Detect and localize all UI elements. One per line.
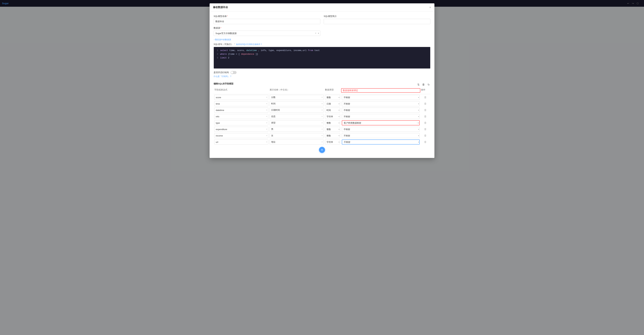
type-select-2[interactable]: 整数字符串日期时间浮点数布尔 (325, 108, 340, 112)
field-input-5[interactable] (214, 127, 268, 132)
display-input-2[interactable] (270, 108, 324, 112)
field-clear-btn-0[interactable]: × (266, 96, 267, 98)
cell-action-0: 🗑 (420, 96, 430, 99)
modal-close-button[interactable]: × (429, 6, 431, 9)
delete-row-btn-1[interactable]: 🗑 (421, 102, 430, 105)
display-clear-btn-4[interactable]: × (322, 122, 323, 124)
display-input-5[interactable] (270, 127, 324, 132)
type-select-5[interactable]: 整数字符串日期时间浮点数布尔 (325, 127, 340, 132)
field-clear-btn-5[interactable]: × (266, 128, 267, 130)
mapping-select-7[interactable]: 不映射 (342, 140, 420, 144)
table-header: 字段或表达式 展示名称（中文名） 数据类型 数据值映射绑定 操作 (214, 88, 430, 94)
display-input-0[interactable] (270, 95, 324, 100)
field-input-1[interactable] (214, 101, 268, 106)
modal-header: 修改数据补全 × (210, 3, 434, 12)
type-select-7[interactable]: 整数字符串日期时间浮点数布尔 (325, 140, 340, 144)
sql-line-1: 1 select time, score, datetime , info, t… (216, 49, 428, 52)
field-clear-btn-2[interactable]: × (266, 109, 267, 111)
model-desc-label: SQL模型简介 (324, 15, 430, 18)
row-transform-toggle[interactable] (230, 71, 236, 74)
type-select-3[interactable]: 整数字符串日期时间浮点数布尔 (325, 114, 340, 119)
cell-display-2: × (269, 108, 324, 112)
mapping-arrow-icon-4: ▾ (418, 122, 419, 124)
add-row-button[interactable]: + (319, 147, 325, 153)
mapping-arrow-icon-6: ▾ (418, 135, 419, 136)
type-select-wrap-6: 整数字符串日期时间浮点数布尔 ▾ (325, 133, 340, 138)
delete-row-btn-3[interactable]: 🗑 (421, 115, 430, 118)
datasource-select[interactable]: Sugar官方示例数据源 (214, 30, 320, 36)
display-clear-btn-5[interactable]: × (322, 128, 323, 130)
type-select-6[interactable]: 整数字符串日期时间浮点数布尔 (325, 133, 340, 138)
cell-display-6: × (269, 133, 324, 138)
field-clear-btn-1[interactable]: × (266, 102, 267, 105)
display-clear-btn-7[interactable]: × (322, 141, 323, 143)
field-input-0[interactable] (214, 95, 268, 100)
refresh-button[interactable]: ↻ (427, 83, 430, 86)
mapping-select-6[interactable]: 不映射 (342, 133, 420, 138)
field-input-4[interactable] (214, 120, 268, 125)
type-select-1[interactable]: 整数字符串日期时间浮点数布尔 (325, 101, 340, 106)
cell-action-4: 🗑 (420, 121, 430, 124)
table-row: × × 整数字符串日期时间浮点数布尔 ▾ (214, 114, 430, 119)
delete-row-btn-6[interactable]: 🗑 (421, 134, 430, 137)
type-select-wrap-0: 整数字符串日期时间浮点数布尔 ▾ (325, 95, 340, 100)
mapping-select-1[interactable]: 不映射 (342, 101, 420, 106)
cell-action-7: 🗑 (420, 140, 430, 144)
mapping-arrow-icon-1: ▾ (418, 103, 419, 105)
type-select-4[interactable]: 整数字符串日期时间浮点数布尔 (325, 120, 340, 125)
cell-mapping-1: 不映射 ▾ (341, 101, 420, 106)
field-input-wrap-4: × (214, 120, 268, 125)
delete-row-btn-0[interactable]: 🗑 (421, 96, 430, 99)
display-input-6[interactable] (270, 133, 324, 138)
mapping-actions-2: ▾ (418, 109, 419, 111)
field-input-7[interactable] (214, 140, 268, 144)
mapping-select-3[interactable]: 不映射 (342, 114, 420, 119)
datasource-group: 数据源* Sugar官方示例数据源 × ▾ (214, 26, 320, 36)
mapping-clear-btn[interactable]: × (417, 122, 418, 124)
display-clear-btn-6[interactable]: × (322, 134, 323, 137)
sql-editor[interactable]: 1 select time, score, datetime , info, t… (214, 47, 430, 69)
model-desc-input[interactable] (324, 19, 430, 24)
row-transform-help-link[interactable]: 什么是『行转列』？ (214, 75, 232, 78)
model-name-input[interactable] (214, 19, 320, 24)
type-select-0[interactable]: 整数字符串日期时间浮点数布尔 (325, 95, 340, 100)
display-input-1[interactable] (270, 101, 324, 106)
add-row-wrap: + (214, 147, 430, 153)
display-input-7[interactable] (270, 140, 324, 144)
form-row-datasource: 数据源* Sugar官方示例数据源 × ▾ (214, 26, 430, 36)
mapping-select-4[interactable]: 客户种类数据映射 (342, 120, 420, 125)
field-clear-btn-6[interactable]: × (266, 134, 267, 137)
cell-action-2: 🗑 (420, 108, 430, 112)
table-row: × × 整数字符串日期时间浮点数布尔 ▾ (214, 127, 430, 132)
sort-up-button[interactable]: ⇅ (417, 83, 420, 86)
field-clear-btn-7[interactable]: × (266, 141, 267, 143)
display-clear-btn-1[interactable]: × (322, 102, 323, 105)
datasource-clear-icon[interactable]: × (315, 32, 316, 34)
delete-row-btn-4[interactable]: 🗑 (421, 121, 430, 124)
field-input-6[interactable] (214, 133, 268, 138)
col-header-field: 字段或表达式 (214, 88, 269, 93)
cell-type-2: 整数字符串日期时间浮点数布尔 ▾ (324, 108, 341, 112)
field-input-wrap-0: × (214, 95, 268, 100)
mapping-select-0[interactable]: 不映射 (342, 95, 420, 100)
delete-all-button[interactable]: 🗑 (422, 83, 426, 86)
field-input-3[interactable] (214, 114, 268, 119)
sql-help-link[interactable]: 如何在SQL中关联过滤条件？ (236, 43, 262, 46)
mapping-actions-3: ▾ (418, 116, 419, 118)
mapping-select-2[interactable]: 不映射 (342, 108, 420, 112)
delete-row-btn-5[interactable]: 🗑 (421, 128, 430, 131)
field-clear-btn-4[interactable]: × (266, 122, 267, 124)
field-model-header: 编辑SQL的字段模型 ⇅ 🗑 ↻ (214, 82, 430, 87)
delete-row-btn-2[interactable]: 🗑 (421, 108, 430, 112)
mapping-select-wrap-2: 不映射 ▾ (342, 108, 420, 112)
display-clear-btn-0[interactable]: × (322, 96, 323, 98)
mapping-select-5[interactable]: 不映射 (342, 127, 420, 132)
field-input-2[interactable] (214, 108, 268, 112)
field-clear-btn-3[interactable]: × (266, 115, 267, 118)
display-clear-btn-2[interactable]: × (322, 109, 323, 111)
display-input-3[interactable] (270, 114, 324, 119)
display-clear-btn-3[interactable]: × (322, 115, 323, 118)
preview-datasource-link[interactable]: --预览选中的数据源 (214, 38, 231, 41)
delete-row-btn-7[interactable]: 🗑 (421, 140, 430, 144)
display-input-4[interactable] (270, 120, 324, 125)
